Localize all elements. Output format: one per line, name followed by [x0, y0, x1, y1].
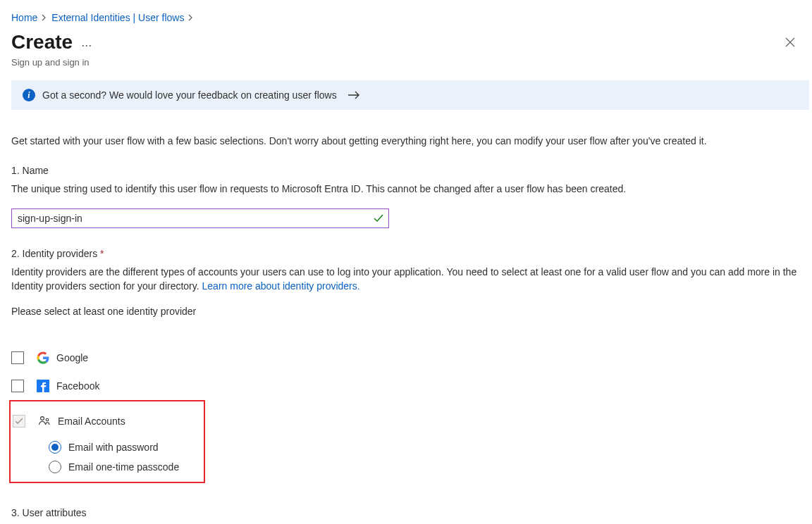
section-attrs-label: 3. User attributes: [11, 507, 812, 518]
radio-email-password[interactable]: Email with password: [49, 441, 204, 454]
radio-label: Email with password: [68, 442, 159, 453]
checkbox-facebook[interactable]: [11, 380, 24, 392]
close-button[interactable]: [782, 35, 798, 50]
google-icon: [37, 351, 49, 364]
idp-instruction: Please select at least one identity prov…: [11, 306, 812, 317]
section-name-label: 1. Name: [11, 165, 812, 176]
chevron-right-icon: [42, 14, 47, 21]
radio-label: Email one-time passcode: [68, 461, 179, 473]
provider-label: Email Accounts: [58, 416, 125, 427]
banner-text: Got a second? We would love your feedbac…: [42, 89, 337, 101]
provider-row-google: Google: [11, 344, 812, 372]
section-name-desc: The unique string used to identify this …: [11, 182, 812, 196]
radio-icon: [49, 461, 61, 473]
intro-text: Get started with your user flow with a f…: [11, 134, 812, 148]
page-subtitle: Sign up and sign in: [11, 57, 812, 68]
section-idp-label: 2. Identity providers *: [11, 248, 812, 259]
learn-more-idp-link[interactable]: Learn more about identity providers.: [202, 280, 360, 292]
facebook-icon: [37, 380, 49, 392]
provider-row-facebook: Facebook: [11, 372, 812, 400]
provider-label: Google: [56, 352, 88, 363]
name-input[interactable]: [11, 208, 389, 228]
checkbox-google[interactable]: [11, 351, 24, 364]
breadcrumb-home[interactable]: Home: [11, 12, 37, 23]
svg-point-2: [46, 418, 49, 421]
info-icon: i: [23, 89, 35, 101]
checkbox-email: [13, 415, 25, 428]
highlight-box: Email Accounts Email with password Email…: [9, 400, 205, 483]
people-icon: [38, 415, 51, 428]
provider-row-email: Email Accounts: [11, 407, 204, 435]
more-options-button[interactable]: ···: [81, 39, 92, 51]
chevron-right-icon: [188, 14, 194, 21]
feedback-banner[interactable]: i Got a second? We would love your feedb…: [11, 80, 809, 110]
provider-label: Facebook: [56, 380, 99, 392]
breadcrumb-external-identities[interactable]: External Identities | User flows: [51, 12, 184, 23]
breadcrumb: Home External Identities | User flows: [11, 11, 812, 25]
page-title: Create: [11, 30, 73, 54]
svg-point-1: [41, 417, 44, 420]
check-icon: [374, 214, 383, 223]
radio-icon: [49, 441, 61, 454]
radio-email-otp[interactable]: Email one-time passcode: [49, 461, 204, 473]
arrow-right-icon: [348, 91, 361, 99]
section-idp-desc: Identity providers are the different typ…: [11, 265, 812, 293]
